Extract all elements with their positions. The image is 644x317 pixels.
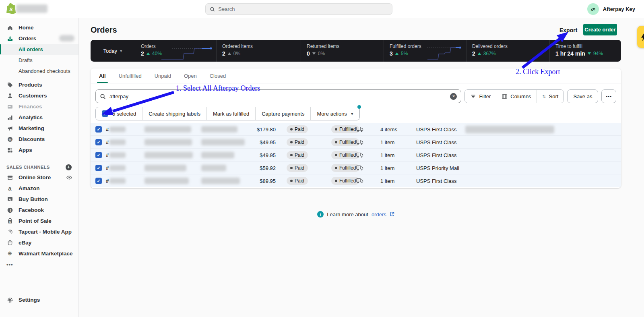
items-count: 4 items xyxy=(380,126,397,133)
filter-button[interactable]: Filter xyxy=(465,90,496,103)
tab-unpaid[interactable]: Unpaid xyxy=(155,68,171,83)
order-row[interactable]: ✓ # $49.95 Paid Fulfilled 1 item USPS Fi… xyxy=(91,136,621,149)
account-menu[interactable]: ∞ Afterpay Key xyxy=(587,3,635,15)
date-range-dropdown[interactable]: Today ▾ xyxy=(91,40,135,62)
info-icon: i xyxy=(317,211,324,218)
sidebar-item-tapcart[interactable]: Tapcart - Mobile App xyxy=(0,226,78,237)
tab-closed[interactable]: Closed xyxy=(210,68,226,83)
order-row[interactable]: ✓ # $179.80 Paid Fulfilled 4 items USPS … xyxy=(91,123,621,136)
tapcart-icon xyxy=(6,228,13,235)
bulk-actions-bar: ✓ 5 selected Create shipping labels Mark… xyxy=(95,107,360,120)
sidebar-item-label: Discounts xyxy=(19,136,45,142)
sidebar-item-amazon[interactable]: a Amazon xyxy=(0,183,78,194)
stat-delta: 0% xyxy=(233,51,240,56)
sidebar-more-button[interactable]: ••• xyxy=(0,259,78,270)
stat-label: Time to fulfill xyxy=(555,44,621,49)
sidebar-item-buy-button[interactable]: Buy Button xyxy=(0,194,78,205)
mark-as-fulfilled-button[interactable]: Mark as fulfilled xyxy=(207,107,256,120)
sidebar-item-apps[interactable]: Apps xyxy=(0,145,78,155)
sort-button[interactable]: ↑↓ Sort xyxy=(537,90,564,103)
truck-icon xyxy=(356,152,363,158)
clear-search-icon[interactable]: ✕ xyxy=(450,93,457,100)
notification-dot xyxy=(357,105,361,109)
sidebar-item-drafts[interactable]: Drafts xyxy=(0,55,78,66)
sidebar-item-products[interactable]: Products xyxy=(0,79,78,90)
select-all-checkbox[interactable]: ✓ xyxy=(102,110,108,117)
truck-icon xyxy=(356,126,363,132)
sidebar-item-ebay[interactable]: eBay xyxy=(0,237,78,248)
sidebar-item-online-store[interactable]: Online Store xyxy=(0,172,78,183)
chevron-down-icon: ▾ xyxy=(120,48,122,54)
orders-sparkline xyxy=(161,43,213,60)
row-checkbox[interactable]: ✓ xyxy=(95,139,102,145)
orders-help-link[interactable]: orders xyxy=(372,211,386,218)
sidebar-item-point-of-sale[interactable]: S Point of Sale xyxy=(0,215,78,226)
add-channel-button[interactable]: + xyxy=(66,164,72,170)
sidebar-item-home[interactable]: Home xyxy=(0,22,78,33)
active-indicator xyxy=(0,44,1,54)
sidebar-item-analytics[interactable]: Analytics xyxy=(0,112,78,123)
redacted-order-number xyxy=(109,152,126,158)
create-shipping-labels-button[interactable]: Create shipping labels xyxy=(142,107,207,120)
sidebar-item-all-orders[interactable]: All orders xyxy=(0,44,78,55)
sidebar-item-finances[interactable]: Finances xyxy=(0,101,78,112)
items-count: 1 item xyxy=(380,165,394,171)
status-dot xyxy=(335,128,337,131)
order-number-prefix: # xyxy=(106,139,109,145)
order-total: $49.95 xyxy=(244,139,276,145)
create-order-button[interactable]: Create order xyxy=(583,24,617,35)
tab-open[interactable]: Open xyxy=(184,68,197,83)
row-checkbox[interactable]: ✓ xyxy=(95,152,102,158)
sidebar-item-walmart[interactable]: ✳ Walmart Marketplace xyxy=(0,248,78,259)
sidebar-item-abandoned-checkouts[interactable]: Abandoned checkouts xyxy=(0,66,78,77)
fulfillment-status-badge: Fulfilled xyxy=(331,138,359,146)
global-search[interactable] xyxy=(205,3,392,15)
save-as-button[interactable]: Save as xyxy=(567,89,598,103)
trend-up-icon xyxy=(228,52,231,55)
columns-icon xyxy=(502,93,508,99)
order-row[interactable]: ✓ # $89.95 Paid Fulfilled 1 item USPS Fi… xyxy=(91,174,621,187)
stat-ordered-items: Ordered items 2 0% xyxy=(216,40,301,62)
chevron-down-icon: ▾ xyxy=(351,111,353,116)
capture-payments-button[interactable]: Capture payments xyxy=(256,107,311,120)
tab-unfulfilled[interactable]: Unfulfilled xyxy=(119,68,142,83)
row-checkbox[interactable]: ✓ xyxy=(95,178,102,184)
eye-icon[interactable] xyxy=(66,174,72,181)
redacted-order-number xyxy=(109,126,126,132)
discount-icon: % xyxy=(6,136,13,143)
sidebar-item-label: Tapcart - Mobile App xyxy=(19,229,72,235)
person-icon xyxy=(6,92,13,99)
order-number-prefix: # xyxy=(106,178,109,184)
order-row[interactable]: ✓ # $49.95 Paid Fulfilled 1 item USPS Fi… xyxy=(91,149,621,162)
global-search-input[interactable] xyxy=(218,6,388,12)
select-all-segment[interactable]: ✓ 5 selected xyxy=(96,107,142,120)
sidebar-item-orders[interactable]: Orders xyxy=(0,33,78,44)
sales-channels-header: SALES CHANNELS + xyxy=(0,162,78,172)
learn-more-footer: i Learn more about orders xyxy=(91,211,621,218)
orders-search-input[interactable] xyxy=(109,93,446,99)
filter-icon xyxy=(470,93,476,99)
view-controls: Filter Columns ↑↓ Sort xyxy=(464,89,564,103)
helper-widget-tab[interactable] xyxy=(637,26,644,48)
more-options-button[interactable]: ••• xyxy=(601,89,616,103)
facebook-icon: f xyxy=(6,207,13,213)
fulfillment-status-badge: Fulfilled xyxy=(331,177,359,185)
sidebar-item-customers[interactable]: Customers xyxy=(0,90,78,101)
columns-button[interactable]: Columns xyxy=(496,90,536,103)
order-row[interactable]: ✓ # $59.92 Paid Fulfilled 1 item USPS Pr… xyxy=(91,162,621,174)
bar-chart-icon xyxy=(6,114,13,121)
row-checkbox[interactable]: ✓ xyxy=(95,126,102,133)
lightning-bolt-icon xyxy=(640,33,644,41)
stat-label: Returned items xyxy=(307,44,384,49)
sidebar-item-discounts[interactable]: % Discounts xyxy=(0,134,78,145)
sidebar-item-marketing[interactable]: Marketing xyxy=(0,123,78,134)
more-actions-button[interactable]: More actions▾ xyxy=(311,107,359,120)
tab-all[interactable]: All xyxy=(99,68,106,83)
orders-search[interactable]: ✕ xyxy=(95,89,461,103)
sidebar-item-facebook[interactable]: f Facebook xyxy=(0,205,78,215)
export-button[interactable]: Export xyxy=(558,26,579,34)
row-checkbox[interactable]: ✓ xyxy=(95,165,102,171)
stat-delta: 0% xyxy=(318,51,325,56)
items-count: 1 item xyxy=(380,152,394,158)
sidebar-item-settings[interactable]: Settings xyxy=(0,294,78,305)
